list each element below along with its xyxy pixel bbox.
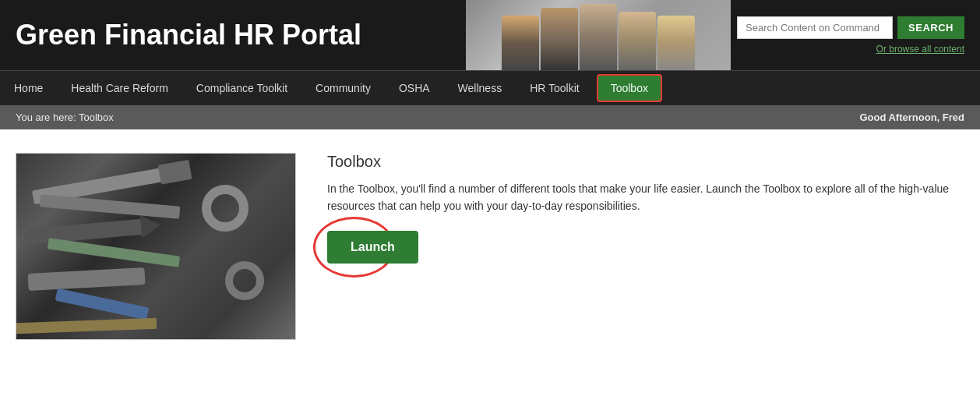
section-title: Toolbox bbox=[327, 153, 964, 171]
toolbox-image bbox=[16, 153, 296, 340]
main-content: Toolbox In the Toolbox, you'll find a nu… bbox=[0, 129, 980, 363]
nav-item-wellness[interactable]: Wellness bbox=[444, 73, 516, 104]
tool-ruler bbox=[16, 318, 157, 334]
tool-ring2 bbox=[225, 261, 264, 300]
nav-item-community[interactable]: Community bbox=[301, 73, 385, 104]
breadcrumb: You are here: Toolbox bbox=[16, 111, 114, 123]
nav-item-health-care-reform[interactable]: Health Care Reform bbox=[57, 73, 182, 104]
person-1 bbox=[502, 16, 539, 70]
nav-item-toolbox[interactable]: Toolbox bbox=[597, 74, 662, 102]
tool-pliers bbox=[48, 238, 180, 267]
tool-adjustable-wrench bbox=[28, 267, 146, 291]
header-people-image bbox=[466, 0, 731, 70]
tool-bolt-cutter bbox=[55, 288, 150, 320]
search-input[interactable] bbox=[737, 16, 893, 39]
tool-screwdriver bbox=[23, 218, 149, 245]
nav-item-home[interactable]: Home bbox=[0, 73, 57, 104]
launch-wrapper: Launch bbox=[327, 231, 418, 264]
person-3 bbox=[580, 4, 617, 70]
header-right: SEARCH Or browse all content bbox=[737, 16, 964, 55]
person-4 bbox=[619, 12, 656, 70]
browse-all-link[interactable]: Or browse all content bbox=[876, 44, 964, 55]
header: Green Financial HR Portal SEARCH Or brow… bbox=[0, 0, 980, 70]
breadcrumb-bar: You are here: Toolbox Good Afternoon, Fr… bbox=[0, 105, 980, 129]
search-area: SEARCH bbox=[737, 16, 964, 39]
nav-item-osha[interactable]: OSHA bbox=[385, 73, 444, 104]
section-description: In the Toolbox, you'll find a number of … bbox=[327, 180, 964, 215]
nav-item-hr-toolkit[interactable]: HR Toolkit bbox=[516, 73, 594, 104]
person-5 bbox=[657, 16, 695, 70]
launch-button[interactable]: Launch bbox=[327, 231, 418, 264]
greeting: Good Afternoon, Fred bbox=[859, 111, 964, 123]
nav-item-compliance-toolkit[interactable]: Compliance Toolkit bbox=[182, 73, 301, 104]
tool-wrench bbox=[40, 194, 181, 219]
search-button[interactable]: SEARCH bbox=[897, 16, 964, 39]
main-nav: Home Health Care Reform Compliance Toolk… bbox=[0, 70, 980, 105]
toolbox-info: Toolbox In the Toolbox, you'll find a nu… bbox=[327, 153, 964, 264]
tool-ring bbox=[202, 185, 249, 232]
person-2 bbox=[541, 8, 578, 70]
